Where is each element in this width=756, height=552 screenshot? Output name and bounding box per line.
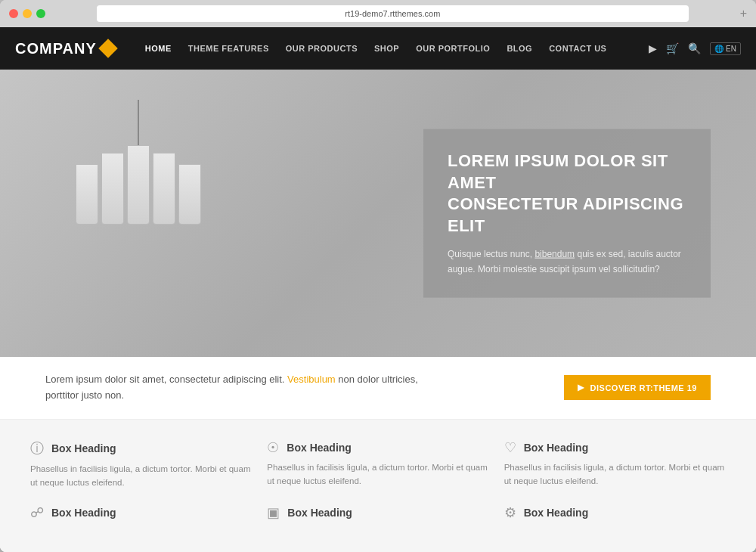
logo-text: COMPANY [15,40,97,57]
nav-shop[interactable]: SHOP [367,38,407,59]
website-content: COMPANY HOME THEME FEATURES OUR PRODUCTS… [0,27,756,552]
camera-icon: ⓘ [30,439,44,457]
discover-button[interactable]: ▶ DISCOVER RT:THEME 19 [564,375,711,400]
info-strip: Lorem ipsum dolor sit amet, consectetur … [0,357,756,420]
browser-titlebar: rt19-demo7.rtthemes.com + [0,0,756,27]
globe-icon: 🌐 [714,45,723,53]
nav-contact-us[interactable]: CONTACT US [541,38,614,59]
logo[interactable]: COMPANY [15,40,115,57]
maximize-button[interactable] [36,9,45,18]
nav-home[interactable]: HOME [138,38,179,59]
discover-label: DISCOVER RT:THEME 19 [590,383,697,392]
feature-4-heading: Box Heading [51,507,116,519]
lamp-shade-2 [101,153,124,225]
settings-icon: ⚙ [504,504,516,521]
hero-description: Quisque lectus nunc, bibendum quis ex se… [448,247,686,276]
cart-icon[interactable]: 🛒 [666,42,679,54]
browser-actions: + [740,7,747,20]
close-button[interactable] [9,9,18,18]
search-icon[interactable]: 🔍 [688,42,701,54]
hero-title: LOREM IPSUM DOLOR SIT AMETCONSECTETUR AD… [448,150,686,237]
hero-textbox: LOREM IPSUM DOLOR SIT AMETCONSECTETUR AD… [423,129,711,298]
feature-box-5: ▣ Box Heading [267,504,488,521]
nav-our-products[interactable]: OUR PRODUCTS [278,38,365,59]
bell-icon: ☍ [30,504,44,521]
feature-5-heading: Box Heading [287,507,352,519]
info-link[interactable]: Vestibulum [287,374,336,385]
nav-icons: ▶ 🛒 🔍 🌐 EN [649,42,741,55]
feature-1-header: ⓘ Box Heading [30,439,252,457]
nav-our-portfolio[interactable]: OUR PORTFOLIO [408,38,497,59]
feature-3-heading: Box Heading [524,442,589,454]
mobile-icon: ▣ [267,504,280,521]
feature-3-header: ♡ Box Heading [504,439,726,456]
minimize-button[interactable] [23,9,32,18]
lamp-shade-3 [127,145,150,225]
eye-icon: ☉ [267,439,279,456]
feature-6-heading: Box Heading [524,507,589,519]
navbar: COMPANY HOME THEME FEATURES OUR PRODUCTS… [0,27,756,70]
lamp-illustration [76,100,201,225]
nav-links: HOME THEME FEATURES OUR PRODUCTS SHOP OU… [138,38,649,59]
nav-theme-features[interactable]: THEME FEATURES [181,38,277,59]
login-icon[interactable]: ▶ [649,42,657,54]
new-tab-icon[interactable]: + [740,7,747,20]
discover-icon: ▶ [578,383,584,392]
feature-3-desc: Phasellus in facilisis ligula, a dictum … [504,461,726,488]
lamp-shade-1 [76,164,98,225]
feature-2-header: ☉ Box Heading [267,439,488,456]
lang-label: EN [726,45,736,53]
traffic-lights [9,9,45,18]
feature-1-heading: Box Heading [51,442,116,454]
features-grid-row1: ⓘ Box Heading Phasellus in facilisis lig… [30,439,726,490]
lamp-shade-5 [178,164,201,225]
address-bar[interactable]: rt19-demo7.rtthemes.com [97,5,689,22]
feature-box-4: ☍ Box Heading [30,504,252,521]
browser-window: rt19-demo7.rtthemes.com + COMPANY HOME T… [0,0,756,552]
lamp-shade-4 [153,153,175,225]
language-selector[interactable]: 🌐 EN [710,42,741,55]
features-grid-row2: ☍ Box Heading ▣ Box Heading ⚙ Box Headin… [30,504,726,521]
logo-diamond-icon [98,39,117,57]
heart-icon: ♡ [504,439,516,456]
feature-1-desc: Phasellus in facilisis ligula, a dictum … [30,462,252,490]
info-text: Lorem ipsum dolor sit amet, consectetur … [45,372,423,404]
feature-box-3: ♡ Box Heading Phasellus in facilisis lig… [504,439,726,490]
lamp-cord [138,100,139,145]
feature-box-2: ☉ Box Heading Phasellus in facilisis lig… [267,439,488,490]
feature-box-1: ⓘ Box Heading Phasellus in facilisis lig… [30,439,252,490]
lamp-shades [76,145,201,225]
feature-2-heading: Box Heading [287,442,352,454]
hero-link[interactable]: bibendum [534,249,575,259]
feature-box-6: ⚙ Box Heading [504,504,726,521]
nav-blog[interactable]: BLOG [499,38,540,59]
feature-2-desc: Phasellus in facilisis ligula, a dictum … [267,461,488,488]
hero-section: LOREM IPSUM DOLOR SIT AMETCONSECTETUR AD… [0,70,756,357]
url-text: rt19-demo7.rtthemes.com [345,9,440,18]
features-section: ⓘ Box Heading Phasellus in facilisis lig… [0,420,756,552]
